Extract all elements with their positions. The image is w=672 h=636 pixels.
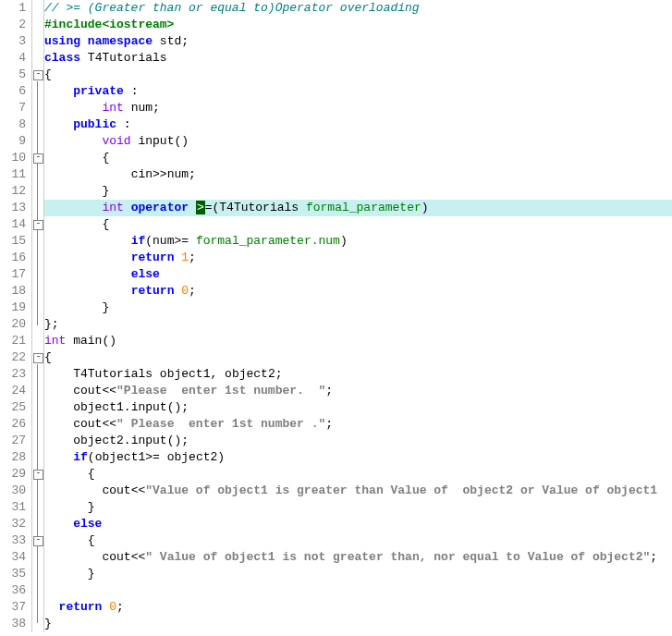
line-number: 1 bbox=[0, 0, 26, 17]
code-line: { bbox=[44, 216, 672, 233]
line-number: 12 bbox=[0, 183, 26, 200]
code-line: } bbox=[44, 499, 672, 516]
code-line: { bbox=[44, 349, 672, 366]
code-line: { bbox=[44, 150, 672, 166]
line-number: 26 bbox=[0, 416, 26, 433]
code-line: cin>>num; bbox=[44, 166, 672, 183]
code-line: if(num>= formal_parameter.num) bbox=[44, 233, 672, 250]
line-number: 37 bbox=[0, 599, 26, 616]
code-line: int num; bbox=[44, 100, 672, 116]
line-number: 28 bbox=[0, 449, 26, 466]
line-number: 11 bbox=[0, 166, 26, 183]
line-number: 9 bbox=[0, 133, 26, 150]
code-line: // >= (Greater than or equal to)Operator… bbox=[44, 0, 672, 17]
line-number: 23 bbox=[0, 366, 26, 383]
line-number: 18 bbox=[0, 283, 26, 300]
line-number: 36 bbox=[0, 582, 26, 599]
line-number: 38 bbox=[0, 616, 26, 632]
line-number: 32 bbox=[0, 516, 26, 532]
line-number: 25 bbox=[0, 399, 26, 416]
code-line-highlighted: int operator >=(T4Tutorials formal_param… bbox=[44, 200, 672, 216]
code-line: private : bbox=[44, 83, 672, 100]
annotation-arrows bbox=[0, 632, 672, 636]
line-number: 17 bbox=[0, 266, 26, 283]
code-line: public : bbox=[44, 116, 672, 133]
code-line: }; bbox=[44, 316, 672, 333]
code-line: } bbox=[44, 566, 672, 582]
code-line: } bbox=[44, 183, 672, 200]
code-line: object1.input(); bbox=[44, 399, 672, 416]
code-line: object2.input(); bbox=[44, 433, 672, 449]
code-line: if(object1>= object2) bbox=[44, 449, 672, 466]
line-number: 22 bbox=[0, 349, 26, 366]
line-number: 35 bbox=[0, 566, 26, 582]
code-line: } bbox=[44, 300, 672, 316]
code-editor: 1 2 3 4 5 6 7 8 9 10 11 12 13 14 15 16 1… bbox=[0, 0, 672, 632]
line-number: 29 bbox=[0, 466, 26, 483]
code-line: cout<<" Please enter 1st number ."; bbox=[44, 416, 672, 433]
fold-toggle[interactable]: - bbox=[33, 536, 43, 546]
line-number: 2 bbox=[0, 17, 26, 33]
code-line: class T4Tutorials bbox=[44, 50, 672, 67]
code-line: cout<<"Please enter 1st number. "; bbox=[44, 383, 672, 399]
code-line: T4Tutorials object1, object2; bbox=[44, 366, 672, 383]
code-line: { bbox=[44, 67, 672, 83]
fold-toggle[interactable]: - bbox=[33, 353, 43, 363]
fold-toggle[interactable]: - bbox=[33, 70, 43, 80]
line-number: 14 bbox=[0, 216, 26, 233]
fold-toggle[interactable]: - bbox=[33, 220, 43, 230]
line-number: 7 bbox=[0, 100, 26, 116]
code-line: { bbox=[44, 466, 672, 483]
line-number: 16 bbox=[0, 250, 26, 266]
line-number: 4 bbox=[0, 50, 26, 67]
line-number: 20 bbox=[0, 316, 26, 333]
code-line bbox=[44, 582, 672, 599]
code-line: void input() bbox=[44, 133, 672, 150]
code-line: } bbox=[44, 616, 672, 632]
line-number-gutter: 1 2 3 4 5 6 7 8 9 10 11 12 13 14 15 16 1… bbox=[0, 0, 31, 632]
code-line: else bbox=[44, 266, 672, 283]
line-number: 6 bbox=[0, 83, 26, 100]
code-area[interactable]: // >= (Greater than or equal to)Operator… bbox=[44, 0, 672, 632]
code-line: { bbox=[44, 532, 672, 549]
line-number: 33 bbox=[0, 532, 26, 549]
line-number: 21 bbox=[0, 333, 26, 349]
line-number: 30 bbox=[0, 483, 26, 499]
code-line: return 0; bbox=[44, 283, 672, 300]
line-number: 34 bbox=[0, 549, 26, 566]
code-line: cout<<"Value of object1 is greater than … bbox=[44, 483, 672, 499]
fold-column: - - - - - - bbox=[31, 0, 44, 632]
code-line: #include<iostream> bbox=[44, 17, 672, 33]
code-line: using namespace std; bbox=[44, 33, 672, 50]
line-number: 8 bbox=[0, 116, 26, 133]
line-number: 31 bbox=[0, 499, 26, 516]
line-number: 10 bbox=[0, 150, 26, 166]
code-line: return 0; bbox=[44, 599, 672, 616]
code-line: int main() bbox=[44, 333, 672, 349]
code-line: cout<<" Value of object1 is not greater … bbox=[44, 549, 672, 566]
code-line: return 1; bbox=[44, 250, 672, 266]
line-number: 27 bbox=[0, 433, 26, 449]
fold-toggle[interactable]: - bbox=[33, 153, 43, 164]
fold-toggle[interactable]: - bbox=[33, 470, 43, 480]
line-number: 5 bbox=[0, 67, 26, 83]
code-line: else bbox=[44, 516, 672, 532]
line-number: 19 bbox=[0, 300, 26, 316]
line-number: 13 bbox=[0, 200, 26, 216]
line-number: 15 bbox=[0, 233, 26, 250]
line-number: 3 bbox=[0, 33, 26, 50]
line-number: 24 bbox=[0, 383, 26, 399]
